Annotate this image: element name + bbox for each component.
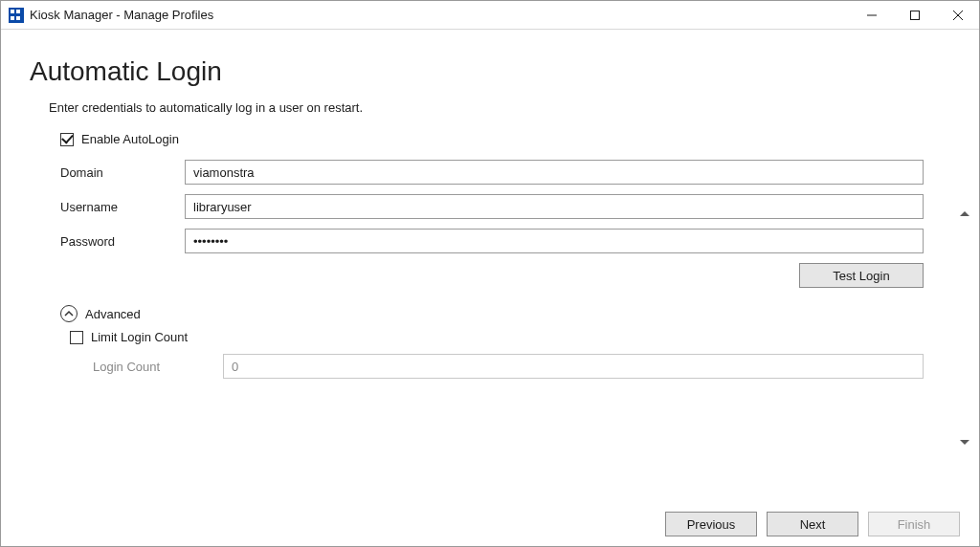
username-input[interactable] bbox=[185, 194, 924, 219]
previous-button[interactable]: Previous bbox=[665, 512, 757, 536]
limit-login-count-checkbox[interactable] bbox=[70, 331, 83, 344]
credentials-form: Domain Username Password Test Login Adva… bbox=[60, 160, 950, 386]
content-area: Automatic Login Enter credentials to aut… bbox=[1, 30, 979, 502]
advanced-body: Limit Login Count Login Count bbox=[68, 330, 950, 379]
scroll-up-icon[interactable] bbox=[960, 211, 969, 216]
test-login-button[interactable]: Test Login bbox=[799, 263, 924, 288]
svg-rect-1 bbox=[910, 11, 919, 19]
login-count-label: Login Count bbox=[93, 360, 223, 374]
advanced-expander[interactable]: Advanced bbox=[60, 305, 950, 322]
enable-autologin-checkbox[interactable] bbox=[60, 133, 74, 146]
username-label: Username bbox=[60, 200, 185, 214]
password-input[interactable] bbox=[185, 229, 924, 253]
domain-input[interactable] bbox=[185, 160, 924, 185]
minimize-button[interactable] bbox=[850, 1, 893, 30]
password-label: Password bbox=[60, 234, 185, 249]
titlebar: Kiosk Manager - Manage Profiles bbox=[1, 1, 979, 30]
window-frame: Kiosk Manager - Manage Profiles Automati… bbox=[0, 0, 980, 547]
chevron-up-icon bbox=[60, 305, 78, 322]
login-count-input bbox=[223, 354, 924, 379]
next-button[interactable]: Next bbox=[767, 512, 858, 536]
scroll-down-icon[interactable] bbox=[960, 440, 969, 445]
maximize-button[interactable] bbox=[893, 1, 936, 30]
limit-login-count-row: Limit Login Count bbox=[70, 330, 950, 344]
enable-autologin-row: Enable AutoLogin bbox=[60, 132, 950, 146]
window-title: Kiosk Manager - Manage Profiles bbox=[30, 8, 213, 22]
finish-button: Finish bbox=[868, 512, 960, 536]
close-button[interactable] bbox=[936, 1, 979, 30]
scroll-region bbox=[958, 211, 971, 445]
page-subtitle: Enter credentials to automatically log i… bbox=[49, 100, 950, 115]
limit-login-count-label: Limit Login Count bbox=[91, 330, 188, 344]
domain-label: Domain bbox=[60, 165, 185, 180]
enable-autologin-label: Enable AutoLogin bbox=[81, 132, 179, 146]
page-title: Automatic Login bbox=[30, 56, 950, 87]
advanced-label: Advanced bbox=[85, 307, 141, 321]
app-icon bbox=[9, 8, 24, 23]
wizard-footer: Previous Next Finish bbox=[1, 502, 979, 546]
